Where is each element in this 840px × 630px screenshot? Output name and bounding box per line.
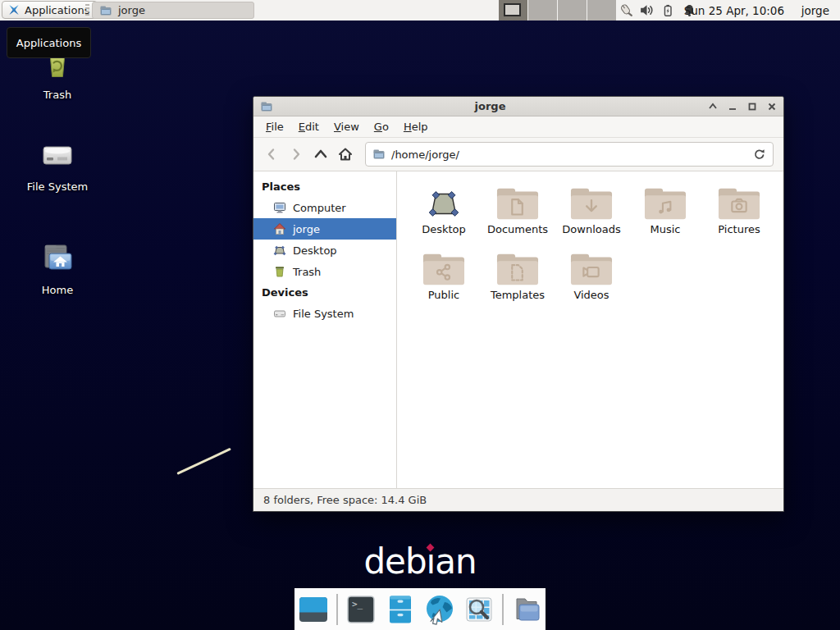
- menu-help[interactable]: Help: [396, 118, 436, 135]
- taskbar-window-button[interactable]: jorge: [92, 2, 254, 19]
- folder-label: Videos: [573, 289, 609, 301]
- up-button[interactable]: [309, 143, 332, 166]
- menu-go[interactable]: Go: [367, 118, 396, 135]
- sidebar-item-label: jorge: [293, 223, 320, 235]
- maximize-button[interactable]: [746, 101, 757, 112]
- top-panel: Applications jorge: [0, 0, 840, 21]
- folder-public-icon: [422, 250, 465, 286]
- file-cabinet-icon[interactable]: [384, 593, 417, 626]
- folder-icon: [99, 4, 112, 17]
- statusbar-text: 8 folders, Free space: 14.4 GiB: [263, 494, 427, 506]
- desktop-icon: [273, 244, 286, 257]
- folder-item-music[interactable]: Music: [628, 185, 702, 235]
- sidebar: Places Computer jorge: [253, 171, 397, 488]
- stray-line-artifact: [176, 448, 231, 475]
- desktop-icon-file-system[interactable]: File System: [18, 135, 97, 193]
- folder-item-desktop[interactable]: Desktop: [407, 185, 481, 235]
- folder-item-documents[interactable]: Documents: [481, 185, 555, 235]
- folder-videos-icon: [570, 250, 613, 286]
- xfce-logo-icon: [7, 3, 21, 16]
- path-text[interactable]: /home/jorge/: [391, 148, 747, 161]
- sidebar-item-file-system[interactable]: File System: [253, 303, 396, 324]
- forward-button[interactable]: [285, 143, 308, 166]
- sidebar-item-computer[interactable]: Computer: [253, 197, 396, 218]
- file-list-pane[interactable]: Desktop Documents: [397, 171, 783, 488]
- reload-icon[interactable]: [753, 148, 766, 161]
- user-actions-button[interactable]: jorge: [801, 0, 829, 21]
- folder-label: Pictures: [718, 223, 760, 235]
- computer-icon: [273, 201, 286, 214]
- applications-menu-button[interactable]: Applications: [2, 1, 98, 19]
- dock: >_: [294, 588, 546, 630]
- window-title: jorge: [273, 100, 707, 112]
- folder-label: Public: [428, 289, 459, 301]
- folder-music-icon: [644, 185, 687, 221]
- menu-edit[interactable]: Edit: [291, 118, 326, 135]
- web-browser-icon[interactable]: [423, 593, 456, 626]
- desktop-icon-label: Home: [42, 284, 73, 296]
- home-button[interactable]: [334, 143, 357, 166]
- workspace-3[interactable]: [558, 0, 587, 21]
- workspace-4[interactable]: [587, 0, 616, 21]
- folder-item-downloads[interactable]: Downloads: [555, 185, 628, 235]
- folder-label: Desktop: [422, 223, 466, 235]
- desktop-icon-label: Trash: [43, 89, 71, 101]
- toolbar: /home/jorge/: [253, 138, 783, 171]
- folder-item-templates[interactable]: Templates: [481, 250, 555, 301]
- show-desktop-icon[interactable]: [297, 593, 330, 626]
- sidebar-item-desktop[interactable]: Desktop: [253, 240, 396, 261]
- svg-text:>_: >_: [352, 599, 363, 609]
- folder-documents-icon: [496, 185, 539, 221]
- workspace-window-preview: [504, 3, 521, 16]
- file-manager-icon[interactable]: [510, 593, 543, 626]
- desktop-icon-home[interactable]: Home: [18, 238, 97, 296]
- mouse-icon[interactable]: [617, 2, 633, 18]
- sidebar-item-jorge[interactable]: jorge: [253, 218, 396, 240]
- applications-tooltip-text: Applications: [16, 37, 81, 49]
- statusbar: 8 folders, Free space: 14.4 GiB: [253, 488, 783, 511]
- folder-item-pictures[interactable]: Pictures: [702, 185, 776, 235]
- devices-header: Devices: [253, 282, 396, 303]
- hard-drive-icon: [38, 135, 77, 176]
- battery-icon[interactable]: [660, 2, 676, 18]
- applications-menu-label: Applications: [25, 4, 89, 16]
- workspace-switcher: [499, 0, 617, 21]
- titlebar[interactable]: jorge: [253, 97, 783, 116]
- terminal-icon[interactable]: >_: [345, 593, 377, 626]
- close-button[interactable]: [766, 101, 777, 112]
- workspace-2[interactable]: [528, 0, 557, 21]
- home-icon: [273, 222, 286, 235]
- folder-label: Templates: [491, 289, 545, 301]
- shade-button[interactable]: [707, 101, 718, 112]
- menu-file[interactable]: File: [258, 118, 291, 135]
- places-header: Places: [253, 176, 396, 197]
- desktop-special-icon: [422, 185, 465, 221]
- minimize-button[interactable]: [727, 101, 737, 112]
- application-finder-icon[interactable]: [463, 593, 495, 626]
- path-bar[interactable]: /home/jorge/: [365, 142, 774, 167]
- folder-label: Documents: [487, 223, 548, 235]
- sidebar-item-label: Desktop: [293, 244, 337, 257]
- folder-label: Downloads: [562, 223, 620, 235]
- folder-templates-icon: [496, 250, 539, 286]
- folder-label: Music: [651, 223, 681, 235]
- folder-item-videos[interactable]: Videos: [555, 250, 628, 301]
- sidebar-item-trash[interactable]: Trash: [253, 261, 396, 282]
- wordmark-part: an: [435, 541, 476, 582]
- applications-tooltip: Applications: [7, 27, 91, 58]
- folder-item-public[interactable]: Public: [407, 250, 481, 301]
- wordmark-part: deb: [363, 541, 426, 582]
- folder-downloads-icon: [570, 185, 613, 221]
- trash-icon: [273, 265, 286, 278]
- path-folder-icon: [372, 148, 386, 161]
- desktop-icon-label: File System: [27, 180, 88, 193]
- file-manager-window: jorge File Edit View Go Help: [253, 96, 784, 512]
- window-folder-icon: [260, 100, 273, 113]
- clock[interactable]: Sun 25 Apr, 10:06: [684, 0, 784, 21]
- folder-pictures-icon: [718, 185, 760, 221]
- volume-icon[interactable]: [638, 2, 655, 18]
- back-button[interactable]: [260, 143, 283, 166]
- workspace-1[interactable]: [499, 0, 527, 21]
- menu-view[interactable]: View: [326, 118, 367, 135]
- panel-grip-handle[interactable]: [85, 4, 89, 16]
